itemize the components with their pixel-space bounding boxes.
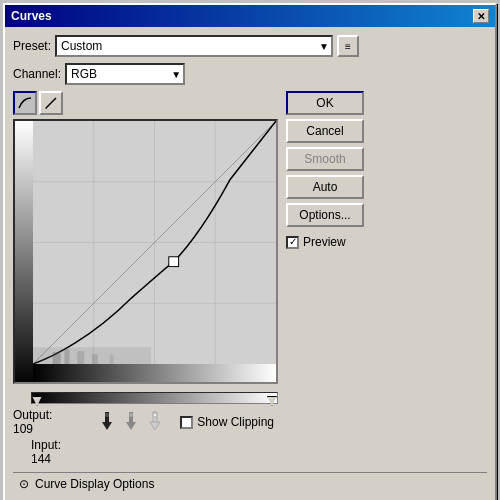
tools-row: Show Clipping — [98, 410, 278, 434]
pencil-tool-button[interactable] — [39, 91, 63, 115]
input-slider-track[interactable] — [31, 392, 278, 404]
show-clipping-checkbox[interactable] — [180, 416, 193, 429]
right-panel: OK Cancel Smooth Auto Options... ✓ Previ… — [286, 91, 366, 466]
ok-button[interactable]: OK — [286, 91, 364, 115]
output-block: Output: 109 — [13, 408, 56, 436]
svg-rect-12 — [53, 352, 61, 364]
curve-display-options-row[interactable]: ⊙ Curve Display Options — [13, 472, 487, 495]
svg-rect-10 — [169, 257, 179, 267]
cancel-button[interactable]: Cancel — [286, 119, 364, 143]
output-gradient — [15, 121, 33, 384]
slider-white-point[interactable] — [267, 396, 277, 406]
slider-black-point[interactable] — [32, 396, 42, 406]
channel-label: Channel: — [13, 67, 61, 81]
main-content: Output: 109 — [13, 91, 487, 466]
svg-marker-24 — [150, 422, 160, 430]
channel-row: Channel: RGB ▼ — [13, 63, 487, 85]
preset-select[interactable]: Custom ▼ — [55, 35, 333, 57]
smooth-button[interactable]: Smooth — [286, 147, 364, 171]
curves-svg — [33, 121, 276, 364]
input-value: 144 — [31, 452, 51, 466]
svg-rect-11 — [33, 347, 151, 364]
auto-button[interactable]: Auto — [286, 175, 364, 199]
svg-marker-21 — [126, 422, 136, 430]
show-clipping-label: Show Clipping — [197, 415, 274, 429]
preset-row: Preset: Custom ▼ ≡ — [13, 35, 487, 57]
svg-rect-15 — [92, 354, 98, 364]
gray-eyedropper-icon — [122, 410, 140, 430]
channel-arrow-icon: ▼ — [171, 69, 181, 80]
title-bar: Curves ✕ — [5, 5, 495, 27]
channel-select[interactable]: RGB ▼ — [65, 63, 185, 85]
window-title: Curves — [11, 9, 52, 23]
preview-row: ✓ Preview — [286, 235, 366, 249]
preview-check-mark: ✓ — [289, 237, 297, 247]
options-button[interactable]: Options... — [286, 203, 364, 227]
svg-rect-13 — [64, 349, 69, 364]
svg-rect-16 — [110, 355, 114, 364]
left-panel: Output: 109 — [13, 91, 278, 466]
tool-row — [13, 91, 278, 115]
input-label: Input: — [31, 438, 61, 452]
svg-point-25 — [153, 413, 157, 417]
preset-label: Preset: — [13, 39, 51, 53]
white-eyedropper-button[interactable] — [146, 410, 164, 434]
curves-dialog: Curves ✕ Preset: Custom ▼ ≡ Channel: RGB… — [3, 3, 497, 500]
preset-value: Custom — [61, 39, 102, 53]
svg-rect-14 — [77, 351, 84, 364]
show-clipping-container: Show Clipping — [180, 415, 278, 429]
curve-tool-button[interactable] — [13, 91, 37, 115]
svg-line-0 — [46, 98, 56, 108]
preview-label: Preview — [303, 235, 346, 249]
slider-row — [13, 392, 278, 404]
preset-options-button[interactable]: ≡ — [337, 35, 359, 57]
svg-point-19 — [105, 413, 109, 417]
black-eyedropper-icon — [98, 410, 116, 430]
expand-icon: ⊙ — [19, 477, 29, 491]
input-gradient — [33, 364, 276, 382]
channel-value: RGB — [71, 67, 97, 81]
preview-checkbox[interactable]: ✓ — [286, 236, 299, 249]
bottom-labels: Output: 109 — [13, 408, 278, 436]
svg-point-22 — [129, 413, 133, 417]
curves-graph[interactable] — [13, 119, 278, 384]
output-value: 109 — [13, 422, 52, 436]
close-button[interactable]: ✕ — [473, 9, 489, 23]
white-eyedropper-icon — [146, 410, 164, 430]
gray-eyedropper-button[interactable] — [122, 410, 140, 434]
curve-display-label: Curve Display Options — [35, 477, 154, 491]
curve-tool-icon — [17, 96, 33, 110]
black-eyedropper-button[interactable] — [98, 410, 116, 434]
input-block: Input: 144 — [13, 438, 278, 466]
bottom-area: Output: 109 — [13, 390, 278, 466]
output-label: Output: — [13, 408, 52, 422]
svg-marker-18 — [102, 422, 112, 430]
preset-arrow-icon: ▼ — [319, 41, 329, 52]
pencil-tool-icon — [44, 96, 58, 110]
